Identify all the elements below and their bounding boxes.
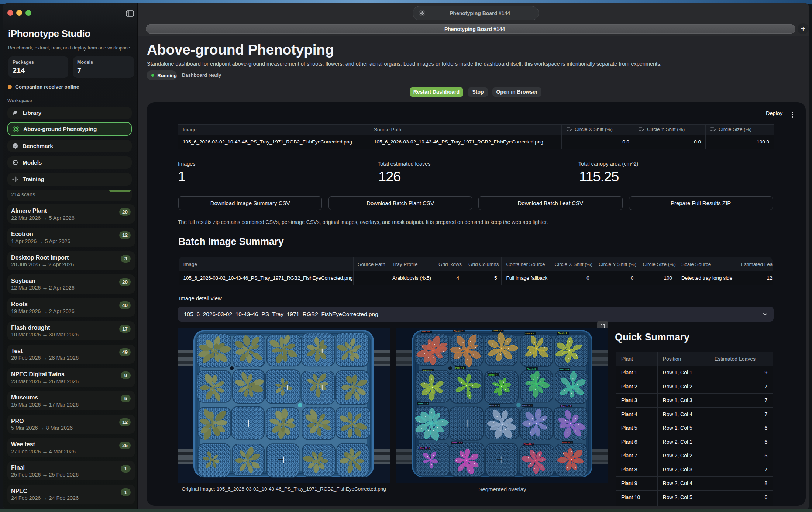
svg-text:Plant 4: 7: Plant 4: 7 xyxy=(525,332,534,335)
svg-text:Plant 17: 7: Plant 17: 7 xyxy=(452,442,462,444)
svg-text:Plant 11: 9: Plant 11: 9 xyxy=(418,402,428,405)
svg-text:Plant 15: 7: Plant 15: 7 xyxy=(561,405,571,407)
svg-text:Plant 9: 8: Plant 9: 8 xyxy=(527,368,536,370)
svg-text:Plant 19: 7: Plant 19: 7 xyxy=(523,443,533,445)
svg-text:Plant 14: 7: Plant 14: 7 xyxy=(522,404,532,407)
svg-text:Plant 6: 6: Plant 6: 6 xyxy=(423,369,432,371)
svg-text:Plant 10: 6: Plant 10: 6 xyxy=(560,369,570,371)
svg-text:Plant 13: 8: Plant 13: 8 xyxy=(489,404,499,407)
svg-text:Plant 7: 5: Plant 7: 5 xyxy=(455,367,464,369)
svg-text:Plant 16: 5: Plant 16: 5 xyxy=(420,447,430,449)
svg-text:Plant 2: 7: Plant 2: 7 xyxy=(454,330,463,332)
svg-text:Plant 5: 6: Plant 5: 6 xyxy=(558,332,567,334)
svg-text:Plant 1: 9: Plant 1: 9 xyxy=(422,331,430,333)
svg-text:Plant 20: 7: Plant 20: 7 xyxy=(562,441,572,443)
svg-text:Plant 8: 7: Plant 8: 7 xyxy=(488,374,497,376)
